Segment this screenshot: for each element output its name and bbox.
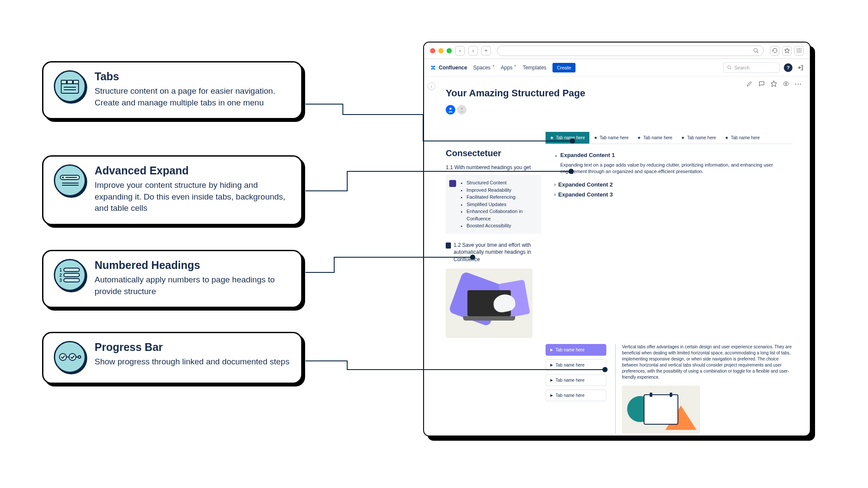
list-item: Enhanced Collaboration in Confluence (467, 208, 537, 222)
expand-body: Expanding text on a page adds value by r… (560, 162, 792, 175)
play-icon: ▶ (550, 393, 553, 397)
star-icon: ★ (637, 135, 641, 140)
svg-text:1: 1 (59, 268, 62, 272)
edit-icon[interactable] (746, 80, 753, 88)
new-tab-button[interactable]: + (481, 46, 491, 56)
svg-marker-24 (785, 48, 789, 53)
brand-name: Confluence (439, 65, 467, 71)
vtab-item[interactable]: ▶Tab name here (546, 374, 606, 386)
feature-desc: Automatically apply numbers to page head… (95, 274, 291, 297)
calendar-illustration (622, 386, 700, 433)
feature-title: Advanced Expand (95, 164, 291, 177)
svg-rect-14 (64, 273, 79, 277)
tab-item[interactable]: ★Tab name here (720, 132, 764, 144)
feature-card-progress: Progress Bar Show progress through linke… (42, 332, 302, 384)
feature-title: Progress Bar (95, 341, 289, 354)
minimize-icon[interactable] (438, 48, 444, 53)
maximize-icon[interactable] (447, 48, 452, 53)
tab-item[interactable]: ★Tab name here (633, 132, 677, 144)
right-column: ⌄Expanded Content 1 Expanding text on a … (554, 148, 792, 338)
svg-rect-16 (64, 278, 79, 282)
feature-desc: Improve your content structure by hiding… (95, 180, 291, 214)
menu-templates[interactable]: Templates (523, 65, 546, 71)
confluence-top-bar: Confluence Spaces ˅ Apps ˅ Templates Cre… (424, 59, 810, 76)
vtab-content: Vertical tabs offer advantages in certai… (615, 344, 792, 433)
svg-point-17 (59, 354, 66, 360)
vertical-tab-list: ▶Tab name here ▶Tab name here ▶Tab name … (546, 344, 606, 433)
svg-marker-32 (771, 81, 776, 86)
list-item: Simplified Updates (467, 201, 537, 208)
page-actions: ⋯ (746, 80, 802, 88)
tab-item[interactable]: ★Tab name here (677, 132, 720, 144)
chevron-right-icon: › (554, 192, 556, 197)
progress-bar-icon (54, 341, 86, 373)
traffic-lights (430, 48, 452, 53)
watch-icon[interactable] (782, 80, 790, 88)
more-icon[interactable]: ⋯ (794, 80, 802, 88)
list-item: Boosted Accessibility (467, 222, 537, 229)
help-icon[interactable]: ? (784, 63, 792, 72)
left-column: Consectetuer 1.1 With numbered headings … (446, 148, 541, 338)
confluence-search[interactable]: Search (723, 62, 779, 73)
bullet-block: Structured Content Improved Readability … (446, 175, 541, 234)
document-icon (449, 180, 456, 187)
svg-rect-3 (73, 80, 79, 84)
vtab-item[interactable]: ▶Tab name here (546, 359, 606, 371)
tab-item[interactable]: ★Tab name here (589, 132, 633, 144)
svg-rect-25 (797, 49, 799, 50)
star-icon: ★ (681, 135, 685, 140)
svg-rect-0 (61, 84, 79, 93)
confluence-menu: Spaces ˅ Apps ˅ Templates (473, 65, 546, 71)
star-page-icon[interactable] (770, 80, 778, 88)
vtab-item[interactable]: ▶Tab name here (546, 390, 606, 401)
svg-point-33 (785, 83, 787, 85)
svg-rect-12 (64, 268, 79, 272)
expand-sidebar-icon[interactable]: › (427, 82, 435, 90)
svg-text:3: 3 (59, 278, 62, 283)
page-content: › ⋯ Your Amazing Structured Page ★Tab na… (424, 76, 810, 436)
exit-icon[interactable] (797, 64, 804, 71)
document-icon (446, 242, 451, 249)
close-icon[interactable] (430, 48, 435, 53)
vtab-text: Vertical tabs offer advantages in certai… (622, 344, 792, 380)
confluence-logo[interactable]: Confluence (430, 65, 467, 71)
refresh-button[interactable] (770, 46, 779, 56)
list-item: Structured Content (467, 179, 537, 187)
avatar-placeholder[interactable] (457, 105, 467, 115)
svg-point-22 (754, 48, 757, 52)
browser-chrome: ‹ › + (424, 43, 810, 59)
forward-button[interactable]: › (468, 46, 478, 56)
svg-text:2: 2 (59, 273, 62, 278)
comment-icon[interactable] (758, 80, 766, 88)
expand-item[interactable]: ›Expanded Content 2 (554, 181, 792, 188)
star-icon: ★ (725, 135, 729, 140)
svg-rect-27 (797, 51, 799, 53)
numbered-headings-icon: 123 (54, 259, 86, 291)
address-bar[interactable] (497, 46, 764, 56)
grid-button[interactable] (794, 46, 804, 56)
create-button[interactable]: Create (552, 63, 575, 72)
expand-item-open[interactable]: ⌄Expanded Content 1 (554, 152, 792, 158)
svg-rect-1 (61, 80, 66, 84)
list-item: Improved Readability (467, 187, 537, 194)
search-placeholder: Search (734, 65, 750, 70)
svg-rect-2 (67, 80, 72, 84)
svg-line-23 (757, 51, 759, 53)
svg-point-19 (69, 354, 76, 360)
avatar-row (446, 105, 792, 115)
horizontal-tabs: ★Tab name here ★Tab name here ★Tab name … (546, 132, 792, 144)
svg-point-34 (450, 108, 452, 110)
menu-spaces[interactable]: Spaces ˅ (473, 65, 494, 71)
vtab-active[interactable]: ▶Tab name here (546, 344, 606, 356)
menu-apps[interactable]: Apps ˅ (501, 65, 517, 71)
star-button[interactable] (782, 46, 792, 56)
back-button[interactable]: ‹ (455, 46, 465, 56)
sub-heading-2: 1.2 Save your time and effort with autom… (446, 242, 541, 263)
tab-active[interactable]: ★Tab name here (546, 132, 589, 144)
star-icon: ★ (594, 135, 598, 140)
sub-heading-1: 1.1 With numbered headings you get (446, 164, 541, 170)
play-icon: ▶ (550, 363, 553, 367)
expand-item[interactable]: ›Expanded Content 3 (554, 191, 792, 198)
avatar[interactable] (446, 105, 455, 115)
page-title: Your Amazing Structured Page (446, 88, 792, 99)
